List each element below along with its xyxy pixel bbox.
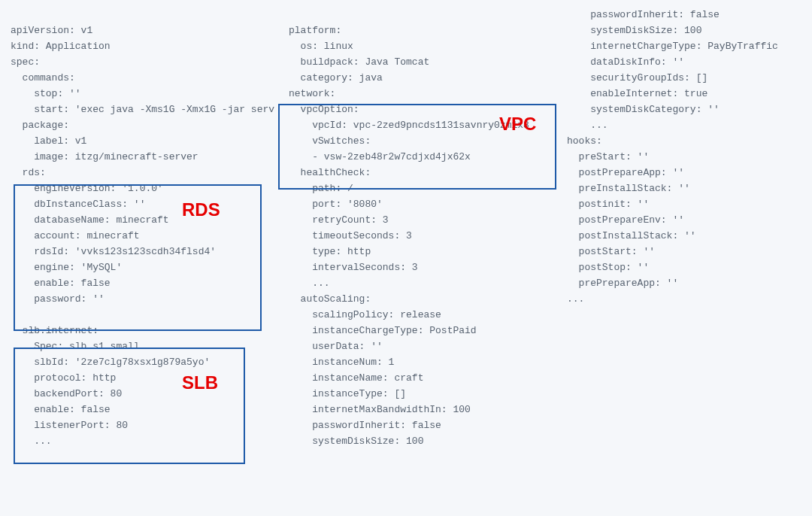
code-line: internetMaxBandwidthIn: 100 bbox=[289, 402, 546, 418]
code-line: slbId: '2ze7clg78xsx1g879a5yo' bbox=[11, 355, 268, 371]
yaml-col-3: passwordInherit: false systemDiskSize: 1… bbox=[556, 8, 812, 516]
code-line: vpcId: vpc-2zed9pncds1131savnry0zm1x8 bbox=[289, 118, 546, 134]
code-line: systemDiskSize: 100 bbox=[567, 23, 801, 39]
code-line: spec: bbox=[11, 55, 268, 71]
code-line: passwordInherit: false bbox=[567, 8, 801, 23]
yaml-col-1: apiVersion: v1kind: Applicationspec: com… bbox=[0, 8, 278, 516]
code-line: databaseName: minecraft bbox=[11, 213, 268, 229]
code-line: ... bbox=[289, 276, 546, 292]
code-line: Spec: slb.s1.small bbox=[11, 339, 268, 355]
code-line: autoScaling: bbox=[289, 292, 546, 308]
yaml-pre-3: passwordInherit: false systemDiskSize: 1… bbox=[567, 8, 801, 308]
code-line: kind: Application bbox=[11, 39, 268, 55]
code-line: backendPort: 80 bbox=[11, 387, 268, 402]
code-line: category: java bbox=[289, 71, 546, 87]
code-line: enable: false bbox=[11, 276, 268, 292]
code-line: postStop: '' bbox=[567, 260, 801, 276]
code-line: rdsId: 'vvks123s123scdh34flsd4' bbox=[11, 244, 268, 260]
code-line: passwordInherit: false bbox=[289, 418, 546, 434]
code-line: userData: '' bbox=[289, 339, 546, 355]
code-line: postStart: '' bbox=[567, 244, 801, 260]
code-line: platform: bbox=[289, 23, 546, 39]
code-line: instanceType: [] bbox=[289, 387, 546, 402]
yaml-pre-2: platform: os: linux buildpack: Java Tomc… bbox=[289, 8, 546, 450]
code-line: buildpack: Java Tomcat bbox=[289, 55, 546, 71]
code-line: start: 'exec java -Xms1G -Xmx1G -jar ser… bbox=[11, 102, 268, 118]
code-line: path: / bbox=[289, 181, 546, 197]
code-line: network: bbox=[289, 87, 546, 102]
code-line: instanceChargeType: PostPaid bbox=[289, 323, 546, 339]
code-line: timeoutSeconds: 3 bbox=[289, 229, 546, 244]
code-line: account: minecraft bbox=[11, 229, 268, 244]
code-line: scalingPolicy: release bbox=[289, 308, 546, 323]
code-line: slb.internet: bbox=[11, 323, 268, 339]
code-line: dataDiskInfo: '' bbox=[567, 55, 801, 71]
code-line: enableInternet: true bbox=[567, 87, 801, 102]
code-line: password: '' bbox=[11, 292, 268, 308]
code-line: instanceName: craft bbox=[289, 371, 546, 387]
code-line: commands: bbox=[11, 71, 268, 87]
code-line: package: bbox=[11, 118, 268, 134]
code-line: preInstallStack: '' bbox=[567, 181, 801, 197]
code-line: stop: '' bbox=[11, 87, 268, 102]
code-line: ... bbox=[11, 434, 268, 450]
code-line: port: '8080' bbox=[289, 197, 546, 213]
code-line: securityGroupIds: [] bbox=[567, 71, 801, 87]
code-line: apiVersion: v1 bbox=[11, 23, 268, 39]
code-line: listenerPort: 80 bbox=[11, 418, 268, 434]
code-line: vSwitches: bbox=[289, 134, 546, 150]
code-line: postInstallStack: '' bbox=[567, 229, 801, 244]
code-line: healthCheck: bbox=[289, 165, 546, 181]
yaml-pre-1: apiVersion: v1kind: Applicationspec: com… bbox=[11, 8, 268, 450]
code-line: internetChargeType: PayByTraffic bbox=[567, 39, 801, 55]
code-line: intervalSeconds: 3 bbox=[289, 260, 546, 276]
code-line: rds: bbox=[11, 165, 268, 181]
code-line: systemDiskSize: 100 bbox=[289, 434, 546, 450]
code-line: dbInstanceClass: '' bbox=[11, 197, 268, 213]
yaml-columns: apiVersion: v1kind: Applicationspec: com… bbox=[0, 0, 812, 516]
code-line: os: linux bbox=[289, 39, 546, 55]
code-line: ... bbox=[567, 118, 801, 134]
code-line: - vsw-2zeb48r2w7cdjxd4jx62x bbox=[289, 150, 546, 165]
code-line: engineVersion: '1.0.0' bbox=[11, 181, 268, 197]
code-line bbox=[11, 8, 268, 23]
code-line: postPrepareApp: '' bbox=[567, 165, 801, 181]
code-line: systemDiskCategory: '' bbox=[567, 102, 801, 118]
code-line: vpcOption: bbox=[289, 102, 546, 118]
code-line: instanceNum: 1 bbox=[289, 355, 546, 371]
code-line: preStart: '' bbox=[567, 150, 801, 165]
code-line: label: v1 bbox=[11, 134, 268, 150]
code-line: prePrepareApp: '' bbox=[567, 276, 801, 292]
code-line: enable: false bbox=[11, 402, 268, 418]
code-line: type: http bbox=[289, 244, 546, 260]
code-line: postinit: '' bbox=[567, 197, 801, 213]
code-line: protocol: http bbox=[11, 371, 268, 387]
code-line: retryCount: 3 bbox=[289, 213, 546, 229]
code-line: postPrepareEnv: '' bbox=[567, 213, 801, 229]
code-line: engine: 'MySQL' bbox=[11, 260, 268, 276]
code-line: ... bbox=[567, 292, 801, 308]
code-line bbox=[11, 308, 268, 323]
yaml-col-2: platform: os: linux buildpack: Java Tomc… bbox=[278, 8, 556, 516]
code-line bbox=[289, 8, 546, 23]
code-line: hooks: bbox=[567, 134, 801, 150]
code-line: image: itzg/minecraft-server bbox=[11, 150, 268, 165]
